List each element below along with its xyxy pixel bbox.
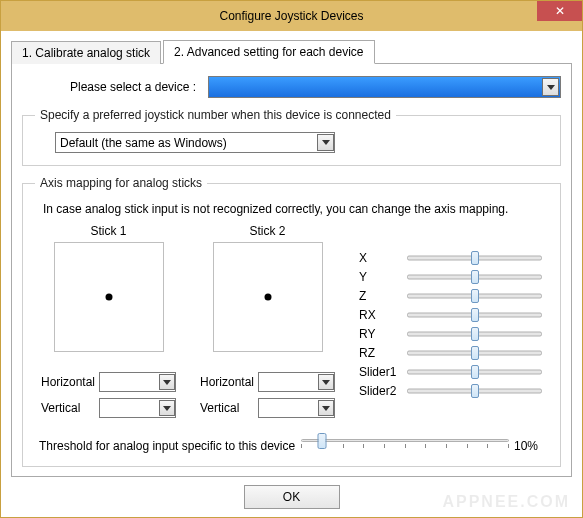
tab-calibrate[interactable]: 1. Calibrate analog stick [11,41,161,64]
button-row: OK [1,485,582,509]
slider-s1-label: Slider1 [359,365,407,379]
slider-rz-row: RZ [359,343,542,362]
slider-x[interactable] [407,251,542,265]
stick2-preview [213,242,323,352]
axis-mapping-info: In case analog stick input is not recogn… [43,202,548,216]
stick2-vertical-select[interactable] [258,398,335,418]
tab-panel-advanced: Please select a device : Specify a prefe… [11,63,572,477]
stick2-horizontal-dropdown-button[interactable] [318,374,334,390]
stick1-position-dot [105,294,112,301]
preferred-number-select[interactable]: Default (the same as Windows) [55,132,335,153]
slider-rz-label: RZ [359,346,407,360]
stick1-horizontal-select[interactable] [99,372,176,392]
slider-x-label: X [359,251,407,265]
tab-calibrate-label: 1. Calibrate analog stick [22,46,150,60]
close-button[interactable]: ✕ [537,1,582,21]
stick1-vertical-dropdown-button[interactable] [159,400,175,416]
slider-rx-thumb[interactable] [471,308,479,322]
axis-area: Stick 1 Horizontal Vertical [35,224,548,424]
device-select-dropdown-button[interactable] [542,78,559,96]
slider-z-label: Z [359,289,407,303]
stick1-horizontal-row: Horizontal [41,372,176,392]
threshold-row: Threshold for analog input specific to t… [35,434,548,458]
threshold-thumb[interactable] [317,433,326,449]
device-select[interactable] [208,76,561,98]
chevron-down-icon [322,140,330,145]
tab-advanced[interactable]: 2. Advanced setting for each device [163,40,374,64]
slider-ry[interactable] [407,327,542,341]
stick2-horizontal-row: Horizontal [200,372,335,392]
slider-rx-label: RX [359,308,407,322]
slider-z-row: Z [359,286,542,305]
window-title: Configure Joystick Devices [219,9,363,23]
stick2-position-dot [264,294,271,301]
stick2-vertical-label: Vertical [200,401,258,415]
device-row: Please select a device : [22,76,561,98]
axis-sliders-column: X Y Z RX [359,224,542,424]
stick1-preview [54,242,164,352]
stick1-column: Stick 1 Horizontal Vertical [41,224,176,424]
slider-z-thumb[interactable] [471,289,479,303]
stick1-title: Stick 1 [90,224,126,238]
tab-advanced-label: 2. Advanced setting for each device [174,45,363,59]
device-select-label: Please select a device : [70,80,196,94]
stick1-horizontal-label: Horizontal [41,375,99,389]
slider-rz[interactable] [407,346,542,360]
preferred-number-value: Default (the same as Windows) [60,136,227,150]
close-icon: ✕ [555,4,565,18]
chevron-down-icon [322,406,330,411]
axis-mapping-group: Axis mapping for analog sticks In case a… [22,176,561,467]
slider-slider2[interactable] [407,384,542,398]
slider-x-thumb[interactable] [471,251,479,265]
threshold-ticks [301,444,509,449]
slider-ry-row: RY [359,324,542,343]
threshold-slider[interactable] [301,434,509,458]
slider-s2-row: Slider2 [359,381,542,400]
slider-s2-label: Slider2 [359,384,407,398]
slider-ry-label: RY [359,327,407,341]
dialog-window: Configure Joystick Devices ✕ 1. Calibrat… [0,0,583,518]
stick2-vertical-row: Vertical [200,398,335,418]
stick2-horizontal-select[interactable] [258,372,335,392]
slider-y-row: Y [359,267,542,286]
ok-button-label: OK [283,490,300,504]
chevron-down-icon [547,85,555,90]
slider-s2-thumb[interactable] [471,384,479,398]
slider-rx[interactable] [407,308,542,322]
slider-x-row: X [359,248,542,267]
threshold-value: 10% [514,439,544,453]
dialog-body: 1. Calibrate analog stick 2. Advanced se… [1,31,582,517]
slider-s1-row: Slider1 [359,362,542,381]
preferred-number-legend: Specify a preferred joystick number when… [35,108,396,122]
slider-s1-thumb[interactable] [471,365,479,379]
slider-ry-thumb[interactable] [471,327,479,341]
slider-y-thumb[interactable] [471,270,479,284]
slider-y-label: Y [359,270,407,284]
slider-slider1[interactable] [407,365,542,379]
chevron-down-icon [163,406,171,411]
stick2-title: Stick 2 [249,224,285,238]
threshold-label: Threshold for analog input specific to t… [39,439,295,453]
preferred-number-group: Specify a preferred joystick number when… [22,108,561,166]
preferred-number-dropdown-button[interactable] [317,134,334,151]
slider-y[interactable] [407,270,542,284]
stick1-horizontal-dropdown-button[interactable] [159,374,175,390]
threshold-track [301,439,509,442]
chevron-down-icon [163,380,171,385]
ok-button[interactable]: OK [244,485,340,509]
chevron-down-icon [322,380,330,385]
tabs: 1. Calibrate analog stick 2. Advanced se… [11,39,572,63]
stick1-vertical-label: Vertical [41,401,99,415]
slider-rx-row: RX [359,305,542,324]
stick1-vertical-select[interactable] [99,398,176,418]
stick2-column: Stick 2 Horizontal Vertical [200,224,335,424]
stick1-vertical-row: Vertical [41,398,176,418]
stick2-horizontal-label: Horizontal [200,375,258,389]
slider-z[interactable] [407,289,542,303]
axis-mapping-legend: Axis mapping for analog sticks [35,176,207,190]
slider-rz-thumb[interactable] [471,346,479,360]
titlebar: Configure Joystick Devices ✕ [1,1,582,31]
stick2-vertical-dropdown-button[interactable] [318,400,334,416]
